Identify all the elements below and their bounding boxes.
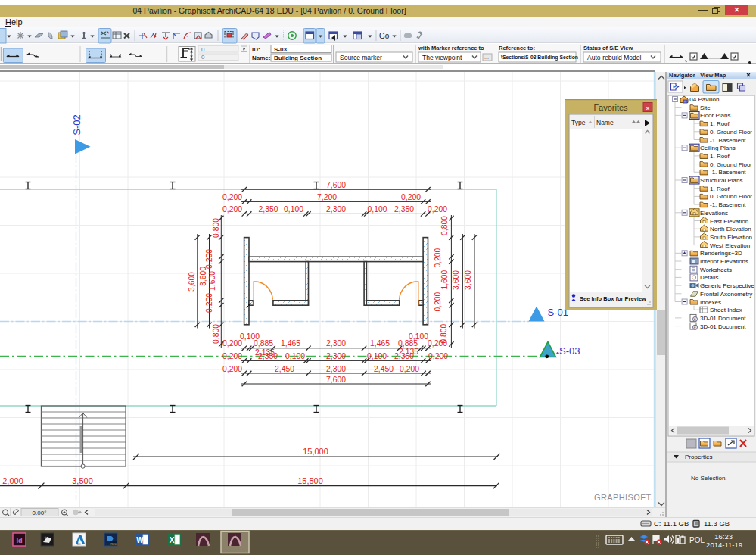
svg-text:0,200: 0,200: [222, 365, 242, 373]
svg-text:2,350: 2,350: [394, 352, 414, 360]
svg-text:X: X: [170, 536, 175, 544]
svg-text:2,000: 2,000: [2, 476, 23, 485]
svg-text:3,600: 3,600: [452, 270, 460, 290]
svg-text:Renderings+3D: Renderings+3D: [700, 250, 742, 257]
svg-text:3D-01 Document: 3D-01 Document: [700, 323, 746, 330]
svg-text:Favorites: Favorites: [593, 103, 628, 112]
svg-text:0,200: 0,200: [205, 249, 213, 269]
svg-text:3D-01 Document: 3D-01 Document: [700, 315, 746, 322]
svg-text:0,100: 0,100: [285, 352, 305, 360]
svg-text:Name:: Name:: [252, 55, 270, 61]
svg-text:0,800: 0,800: [212, 218, 220, 238]
svg-text:W: W: [136, 536, 144, 544]
svg-text:7,200: 7,200: [317, 193, 337, 201]
svg-text:Source marker: Source marker: [340, 54, 382, 61]
svg-text:0,100: 0,100: [367, 352, 387, 360]
svg-text:Name: Name: [596, 119, 614, 126]
svg-text:0,800: 0,800: [212, 324, 220, 344]
svg-text:1. Roof: 1. Roof: [710, 186, 730, 192]
svg-text:0,200: 0,200: [222, 339, 242, 348]
svg-text:0,100: 0,100: [367, 205, 387, 214]
svg-text:0,200: 0,200: [205, 293, 213, 313]
svg-text:2,350: 2,350: [394, 205, 414, 214]
svg-text:1. Roof: 1. Roof: [710, 120, 730, 127]
svg-text:x: x: [646, 104, 650, 111]
svg-text:2,300: 2,300: [326, 365, 346, 373]
svg-text:04 Pavilion: 04 Pavilion: [689, 96, 719, 103]
svg-text:-1. Basement: -1. Basement: [710, 169, 746, 176]
svg-text:0,200: 0,200: [428, 339, 447, 348]
svg-text:North Elevation: North Elevation: [710, 226, 751, 232]
svg-text:Reference to:: Reference to:: [499, 45, 535, 51]
svg-text:Building Section: Building Section: [274, 55, 322, 61]
svg-text:7,600: 7,600: [326, 181, 346, 189]
svg-text:3,500: 3,500: [72, 476, 93, 485]
svg-text:-1. Basement: -1. Basement: [710, 137, 746, 144]
svg-text:-1. Basement: -1. Basement: [710, 201, 746, 208]
svg-text:1,465: 1,465: [370, 339, 390, 348]
svg-text:2,300: 2,300: [326, 205, 346, 214]
svg-text:South Elevation: South Elevation: [710, 234, 752, 241]
svg-text:0. Ground Floor: 0. Ground Floor: [710, 129, 752, 136]
svg-text:11.3 GB: 11.3 GB: [704, 519, 730, 528]
svg-text:Floor Plans: Floor Plans: [700, 112, 730, 119]
svg-text:0,100: 0,100: [284, 205, 303, 214]
svg-text:Generic Perspective: Generic Perspective: [700, 282, 755, 289]
svg-text:2,300: 2,300: [326, 339, 346, 348]
svg-text:15,500: 15,500: [297, 476, 323, 485]
svg-text:3,600: 3,600: [464, 270, 472, 290]
svg-text:Details: Details: [700, 274, 718, 281]
svg-text:1,600: 1,600: [440, 270, 449, 289]
svg-text:0,200: 0,200: [222, 352, 242, 360]
svg-text:Elevations: Elevations: [700, 210, 728, 217]
svg-text:3,600: 3,600: [188, 272, 196, 292]
svg-text:0,200: 0,200: [401, 193, 421, 201]
svg-text:Id: Id: [17, 537, 23, 544]
svg-text:0,200: 0,200: [222, 205, 242, 214]
svg-text:0,200: 0,200: [222, 193, 242, 201]
svg-text:ID:: ID:: [252, 46, 260, 53]
svg-text:7,600: 7,600: [326, 376, 346, 384]
svg-text:1. Roof: 1. Roof: [710, 153, 730, 160]
svg-text:\Sections\S-03 Building Sectio: \Sections\S-03 Building Section: [501, 55, 578, 61]
svg-text:Ceiling Plans: Ceiling Plans: [700, 145, 736, 151]
svg-text:No Selection.: No Selection.: [691, 475, 727, 482]
svg-text:East Elevation: East Elevation: [710, 218, 748, 225]
svg-text:S-02: S-02: [71, 114, 82, 135]
svg-text:The viewpoint: The viewpoint: [422, 54, 462, 61]
svg-text:0,200: 0,200: [434, 292, 442, 311]
svg-text:2,350: 2,350: [258, 205, 278, 214]
svg-text:Status of S/E View: Status of S/E View: [583, 45, 633, 51]
svg-text:0: 0: [201, 46, 205, 53]
svg-text:Site: Site: [700, 104, 711, 111]
svg-text:Indexes: Indexes: [700, 299, 721, 306]
svg-text:1,465: 1,465: [281, 339, 300, 348]
svg-text:0. Ground Floor: 0. Ground Floor: [710, 193, 752, 200]
svg-text:0,200: 0,200: [400, 365, 419, 373]
svg-text:Go: Go: [379, 32, 390, 40]
svg-text:S-03: S-03: [274, 46, 287, 53]
svg-text:See Info Box for Preview: See Info Box for Preview: [580, 295, 646, 302]
svg-text:with Marker reference to: with Marker reference to: [418, 45, 484, 51]
svg-text:0: 0: [201, 54, 205, 61]
svg-text:C: 11.1 GB: C: 11.1 GB: [654, 519, 689, 528]
svg-text:0,200: 0,200: [428, 352, 448, 360]
svg-text:0.00°: 0.00°: [33, 510, 47, 516]
svg-text:16:23: 16:23: [714, 532, 733, 541]
svg-text:POL: POL: [689, 536, 705, 544]
svg-text:15,000: 15,000: [303, 447, 328, 456]
svg-text:...: ...: [484, 55, 489, 60]
svg-text:2,350: 2,350: [258, 352, 278, 360]
svg-text:Sheet Index: Sheet Index: [710, 307, 742, 313]
svg-text:Structural Plans: Structural Plans: [700, 177, 742, 184]
svg-text:2014-11-19: 2014-11-19: [706, 541, 742, 549]
svg-text:0,800: 0,800: [440, 216, 449, 235]
svg-text:Auto-rebuild Model: Auto-rebuild Model: [587, 54, 641, 61]
svg-text:2,450: 2,450: [374, 365, 394, 373]
svg-text:West Elevation: West Elevation: [710, 242, 750, 249]
svg-text:GRAPHISOFT.: GRAPHISOFT.: [594, 493, 653, 502]
svg-text:Interior Elevations: Interior Elevations: [700, 258, 748, 265]
svg-text:0,200: 0,200: [428, 205, 447, 214]
svg-text:R20: R20: [110, 542, 117, 546]
svg-text:0,885: 0,885: [254, 339, 273, 348]
